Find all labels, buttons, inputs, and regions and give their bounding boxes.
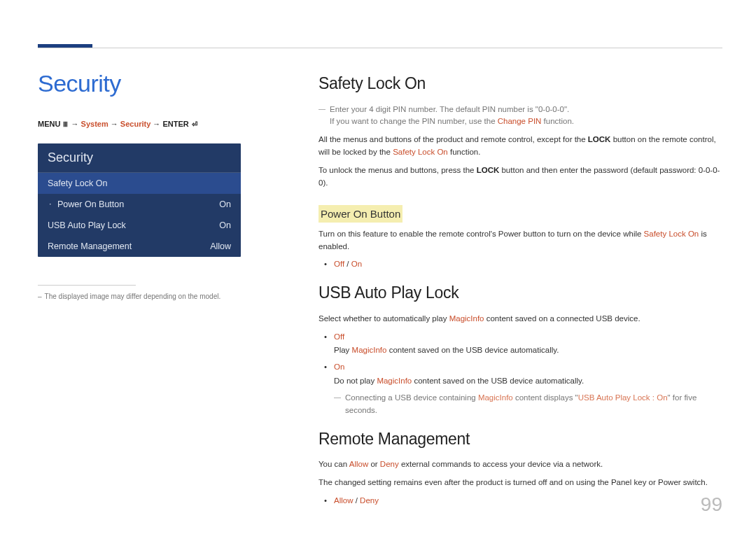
text: function. — [448, 148, 481, 156]
accent-allow: Allow — [349, 460, 368, 468]
accent-usb-lock-on: USB Auto Play Lock : On — [578, 393, 668, 402]
text: To unlock the menus and buttons, press t… — [318, 166, 477, 174]
page-title: Security — [38, 70, 241, 97]
text: Play — [334, 346, 352, 354]
menu-item-remote-management[interactable]: Remote Management Allow — [38, 236, 241, 257]
accent-deny: Deny — [380, 460, 399, 468]
heading-remote-management: Remote Management — [318, 427, 722, 452]
left-column: Security MENU Ⅲ → System → Security → EN… — [38, 70, 241, 300]
text: All the menus and buttons of the product… — [318, 135, 588, 143]
heading-safety-lock-on: Safety Lock On — [318, 71, 722, 97]
breadcrumb-security: Security — [120, 120, 150, 128]
accent-magicinfo: MagicInfo — [352, 346, 387, 354]
footnote-dash: – — [38, 293, 42, 300]
menu-panel-header: Security — [38, 143, 241, 173]
option-allow-deny: Allow / Deny — [334, 495, 722, 507]
text: content saved on the USB device automati… — [412, 377, 584, 385]
subheading-power-on-button: Power On Button — [318, 205, 402, 223]
note-pin-default: Enter your 4 digit PIN number. The defau… — [318, 104, 722, 129]
menu-panel-security: Security Safety Lock On Power On Button … — [38, 143, 241, 257]
option-off: Off — [334, 260, 344, 268]
menu-item-value: On — [219, 220, 231, 230]
footnote: –The displayed image may differ dependin… — [38, 293, 241, 300]
lock-bold: LOCK — [477, 166, 500, 174]
breadcrumb: MENU Ⅲ → System → Security → ENTER ⏎ — [38, 120, 241, 128]
breadcrumb-enter: ENTER — [162, 120, 188, 128]
option-on: On — [351, 260, 362, 268]
heading-usb-auto-play-lock: USB Auto Play Lock — [318, 281, 722, 306]
menu-item-label: Remote Management — [48, 241, 132, 251]
option-sep: / — [344, 260, 351, 268]
menu-icon: Ⅲ — [63, 120, 68, 128]
option-off-on: Off / On — [334, 258, 722, 271]
text: external commands to access your device … — [399, 460, 603, 468]
accent: Safety Lock On — [644, 230, 699, 238]
option-off-desc: Play MagicInfo content saved on the USB … — [334, 344, 722, 357]
note-line-1: Enter your 4 digit PIN number. The defau… — [330, 105, 569, 113]
menu-item-label: USB Auto Play Lock — [48, 220, 126, 230]
usb-options: Off Play MagicInfo content saved on the … — [318, 331, 722, 417]
menu-item-value: On — [219, 199, 231, 209]
footnote-text: The displayed image may differ depending… — [45, 293, 221, 300]
menu-item-safety-lock-on[interactable]: Safety Lock On — [38, 173, 241, 194]
note-line-2-post: function. — [541, 117, 574, 125]
enter-icon: ⏎ — [192, 120, 197, 128]
text: Connecting a USB device containing — [345, 393, 478, 402]
accent: Safety Lock On — [393, 148, 448, 156]
option-on: On Do not play MagicInfo content saved o… — [334, 361, 722, 416]
accent-magicinfo: MagicInfo — [449, 314, 484, 323]
lock-bold: LOCK — [588, 135, 611, 143]
breadcrumb-arrow: → — [71, 120, 79, 128]
power-on-options: Off / On — [318, 258, 722, 271]
option-off: Off Play MagicInfo content saved on the … — [334, 331, 722, 358]
safety-lock-para-1: All the menus and buttons of the product… — [318, 134, 722, 159]
right-column: Safety Lock On Enter your 4 digit PIN nu… — [318, 71, 722, 517]
menu-item-value: Allow — [210, 241, 231, 251]
text: content saved on the USB device automati… — [386, 346, 559, 354]
power-on-para: Turn on this feature to enable the remot… — [318, 228, 722, 253]
option-allow: Allow — [334, 496, 353, 505]
text: Do not play — [334, 377, 377, 385]
option-deny: Deny — [360, 496, 379, 505]
text: or — [368, 460, 380, 468]
breadcrumb-arrow: → — [111, 120, 118, 128]
remote-options: Allow / Deny — [318, 495, 722, 507]
text: Select whether to automatically play — [318, 314, 449, 323]
note-line-2-accent: Change PIN — [498, 117, 542, 125]
section-marker-bar — [38, 44, 92, 48]
remote-para-2: The changed setting remains even after t… — [318, 477, 722, 489]
accent-magicinfo: MagicInfo — [377, 377, 412, 385]
text: Turn on this feature to enable the remot… — [318, 230, 644, 238]
safety-lock-para-2: To unlock the menus and buttons, press t… — [318, 164, 722, 190]
usb-para: Select whether to automatically play Mag… — [318, 313, 722, 325]
note-line-2-pre: If you want to change the PIN number, us… — [330, 117, 498, 125]
option-label: On — [334, 363, 344, 371]
footnote-rule — [38, 285, 136, 286]
option-sep: / — [353, 496, 360, 505]
option-label: Off — [334, 332, 344, 341]
menu-item-label: Power On Button — [48, 199, 124, 209]
text: content saved on a connected USB device. — [484, 314, 640, 323]
text: You can — [318, 460, 349, 468]
menu-item-usb-auto-play-lock[interactable]: USB Auto Play Lock On — [38, 215, 241, 236]
text: content displays " — [513, 393, 578, 402]
usb-connect-note: Connecting a USB device containing Magic… — [334, 392, 722, 417]
page-number: 99 — [701, 493, 722, 516]
breadcrumb-menu: MENU — [38, 120, 60, 128]
breadcrumb-system: System — [81, 120, 108, 128]
option-on-desc: Do not play MagicInfo content saved on t… — [334, 375, 722, 388]
breadcrumb-arrow: → — [153, 120, 160, 128]
menu-item-power-on-button[interactable]: Power On Button On — [38, 194, 241, 215]
accent-magicinfo: MagicInfo — [478, 393, 513, 402]
remote-para-1: You can Allow or Deny external commands … — [318, 458, 722, 471]
menu-item-label: Safety Lock On — [48, 178, 107, 188]
top-horizontal-rule — [38, 48, 722, 48]
